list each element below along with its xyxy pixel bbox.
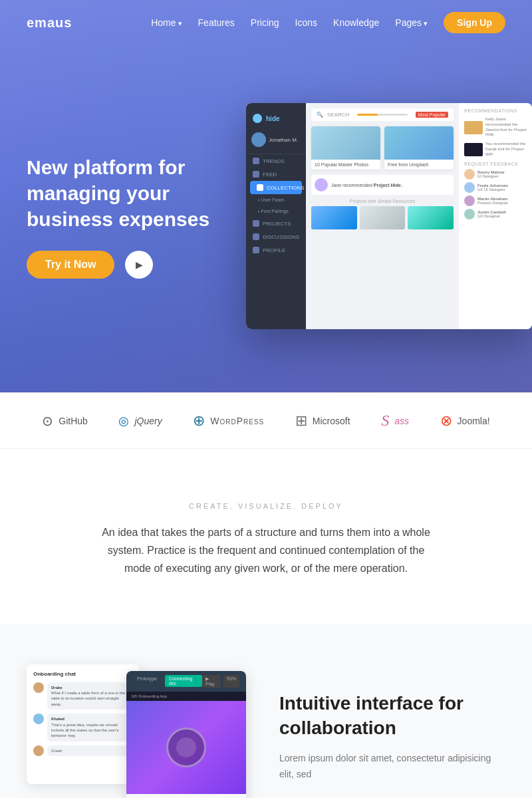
app-right-panel: RECOMMENDATIONS Kelly Jones recommended … <box>459 103 532 329</box>
app-card-1: 10 Popular Master Photos <box>311 126 380 170</box>
hero-title: New platform for managing your business … <box>27 154 226 232</box>
try-it-now-button[interactable]: Try it Now <box>27 251 114 279</box>
most-popular-badge: Most Popular <box>416 112 448 118</box>
fb-avatar-1 <box>464 169 475 180</box>
features-title: Intuitive interface for collaboration <box>279 692 505 740</box>
hero-content: New platform for managing your business … <box>0 0 532 392</box>
app2-circle <box>166 728 206 767</box>
sidebar-item-trends[interactable]: TRENDS <box>246 154 306 168</box>
play-control[interactable]: ▶ Play <box>202 675 221 688</box>
fb-info-2: Freda JohansenUX UI Designer <box>477 184 508 192</box>
signup-button[interactable]: Sign Up <box>444 12 505 33</box>
nav-link-home[interactable]: Home <box>151 17 182 28</box>
chat-avatar-2 <box>33 714 44 724</box>
nav-link-icons[interactable]: Icons <box>295 17 317 28</box>
toolbar-text: EB Onboarding App <box>132 694 167 698</box>
card-text-1: 10 Popular Master Photos <box>311 160 380 170</box>
rec-thumb-1 <box>464 121 483 134</box>
features-mockup: Onboarding chat Drake What if I made a t… <box>27 664 253 798</box>
app2-circle-inner <box>176 737 196 757</box>
card-image-1 <box>311 126 380 160</box>
brand-github: ⊙ GitHub <box>42 413 88 429</box>
sidebar-item-collections[interactable]: COLLECTIONS <box>250 181 302 194</box>
sidebar-item-projects[interactable]: PROJECTS <box>246 217 306 230</box>
sidebar-item-discussions[interactable]: DISCUSSIONS <box>246 230 306 243</box>
features-section: Onboarding chat Drake What if I made a t… <box>0 624 532 798</box>
resource-3 <box>408 206 454 229</box>
chat-bubble-3: Great! <box>47 745 133 756</box>
hero-text: New platform for managing your business … <box>27 114 226 279</box>
app2-controls: ▶ Play 50% <box>202 675 239 688</box>
nav-link-knowledge[interactable]: Knowledge <box>333 17 379 28</box>
fb-info-1: Danny MaloneUI Designer <box>477 170 505 178</box>
sass-label: ass <box>394 416 409 426</box>
app-cards: 10 Popular Master Photos Free from Unspl… <box>311 126 454 170</box>
sass-icon: S <box>381 412 389 430</box>
feedback-item-3: Martin AbrahamProduct Designer <box>464 196 527 206</box>
fb-info-3: Martin AbrahamProduct Designer <box>477 197 508 205</box>
nav-link-pricing[interactable]: Pricing <box>251 17 279 28</box>
similar-resources <box>311 206 454 229</box>
brand-microsoft: ⊞ Microsoft <box>295 412 350 430</box>
resource-2 <box>360 206 406 229</box>
app-card-2: Free from Unsplash <box>384 126 454 170</box>
app-mockup: hide Jonathan M. TRENDS FEED <box>246 103 532 329</box>
jane-avatar <box>315 178 328 192</box>
card-text-2: Free from Unsplash <box>384 160 454 170</box>
recommendations-header: RECOMMENDATIONS <box>464 108 527 113</box>
feedback-item-2: Freda JohansenUX UI Designer <box>464 182 527 193</box>
feedback-item-1: Danny MaloneUI Designer <box>464 169 527 180</box>
middle-tag: CREATE. VISUALIZE. DEPLOY <box>27 502 505 510</box>
hero-buttons: Try it Now ▶ <box>27 251 226 279</box>
tab-connecting-doc[interactable]: Connecting doc <box>165 675 202 687</box>
wordpress-icon: ⊕ <box>193 412 205 430</box>
joomla-icon: ⊗ <box>440 412 452 430</box>
jquery-icon: ◎ <box>118 414 129 428</box>
chat-avatar-3 <box>33 745 44 756</box>
github-label: GitHub <box>59 416 88 426</box>
brand-wordpress: ⊕ WordPress <box>193 412 264 430</box>
app-search-bar[interactable]: 🔍 SEARCH Most Popular <box>311 108 454 121</box>
wordpress-label: WordPress <box>210 416 264 426</box>
rec-info-1: Kelly Jones recommended the Ziamimi font… <box>485 117 527 138</box>
chat-avatar-1 <box>33 682 44 693</box>
joomla-label: Joomla! <box>458 416 490 426</box>
sidebar-item-font-pairings[interactable]: • Font Pairings <box>246 205 306 217</box>
chat-msg-3: Great! <box>33 745 133 756</box>
nav-logo: emaus <box>27 15 72 31</box>
brand-jquery: ◎ jQuery <box>118 414 162 428</box>
middle-section: CREATE. VISUALIZE. DEPLOY An idea that t… <box>0 449 532 624</box>
chat-mockup: Onboarding chat Drake What if I made a t… <box>27 664 140 784</box>
rec-item-1: Kelly Jones recommended the Ziamimi font… <box>464 117 527 138</box>
features-description: Lorem ipsum dolor sit amet, consectetur … <box>279 751 505 783</box>
jane-text: Jane recommended Project Hide. <box>331 183 402 188</box>
hero-screenshot: hide Jonathan M. TRENDS FEED <box>246 103 532 329</box>
fb-info-4: Justin CambellUX Designer <box>477 210 506 218</box>
feedback-item-4: Justin CambellUX Designer <box>464 209 527 219</box>
microsoft-icon: ⊞ <box>295 412 307 430</box>
avatar <box>251 132 266 147</box>
chat-msg-2: Khaled That's a great idea, maybe we sho… <box>33 714 133 741</box>
brand-sass: S ass <box>381 412 409 430</box>
rec-thumb-2 <box>464 143 483 156</box>
chat-header: Onboarding chat <box>33 671 133 677</box>
sidebar-item-feed[interactable]: FEED <box>246 168 306 181</box>
sidebar-item-user-flows[interactable]: • User Flows <box>246 194 306 205</box>
zoom-control: 50% <box>223 675 239 688</box>
app-sidebar-avatar: Jonathan M. <box>246 130 306 154</box>
app-main-area: 🔍 SEARCH Most Popular 10 Popular Master … <box>306 103 459 329</box>
sidebar-item-profile[interactable]: PROFILE <box>246 243 306 257</box>
play-button[interactable]: ▶ <box>125 251 153 279</box>
app2-tabs: Prototype Connecting doc <box>133 675 202 687</box>
nav-link-pages[interactable]: Pages <box>395 17 428 28</box>
search-icon: 🔍 <box>317 112 323 118</box>
chat-bubble-2: Khaled That's a great idea, maybe we sho… <box>47 714 133 741</box>
nav-links: Home Features Pricing Icons Knowledge Pa… <box>151 12 505 33</box>
jane-recommendation: Jane recommended Project Hide. <box>311 175 454 195</box>
github-icon: ⊙ <box>42 413 53 429</box>
app2-mockup: Prototype Connecting doc ▶ Play 50% EB O… <box>126 671 246 798</box>
nav-link-features[interactable]: Features <box>198 17 235 28</box>
rec-item-2: You recommended the Kanak font for Proje… <box>464 142 527 157</box>
tab-prototype[interactable]: Prototype <box>133 675 161 687</box>
middle-description: An idea that takes the parts of a struct… <box>93 523 439 578</box>
